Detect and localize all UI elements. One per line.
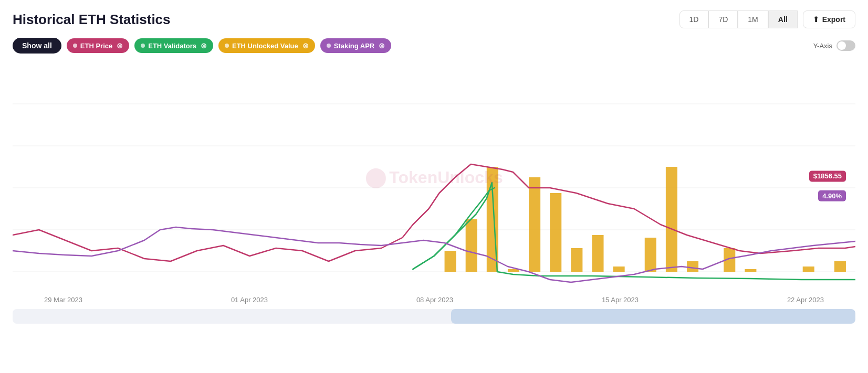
header-row: Historical ETH Statistics 1D 7D 1M All ⬆…	[13, 10, 855, 28]
svg-rect-6	[466, 219, 477, 272]
chip-staking-apr[interactable]: Staking APR ⊗	[320, 38, 392, 53]
chip-staking-apr-label: Staking APR	[334, 42, 375, 50]
export-button[interactable]: ⬆ Export	[803, 10, 855, 28]
chip-unlocked-remove[interactable]: ⊗	[302, 41, 309, 50]
chart-area: ⬤ TokenUnlocks $1856.55 4.90%	[13, 62, 855, 293]
chip-validators-remove[interactable]: ⊗	[201, 41, 207, 50]
tooltip-price: $1856.55	[809, 170, 846, 182]
svg-rect-19	[803, 267, 814, 272]
scrollbar-area[interactable]	[13, 309, 855, 324]
chip-staking-remove[interactable]: ⊗	[379, 41, 385, 50]
eth-price-dot	[73, 44, 77, 48]
filter-row: Show all ETH Price ⊗ ETH Validators ⊗ ET…	[13, 38, 855, 54]
chip-eth-validators-label: ETH Validators	[148, 42, 196, 50]
y-axis-switch[interactable]	[836, 40, 855, 51]
x-label-1: 01 Apr 2023	[231, 296, 268, 304]
y-axis-toggle: Y-Axis	[813, 40, 855, 51]
scrollbar-thumb[interactable]	[451, 309, 855, 324]
page-title: Historical ETH Statistics	[13, 12, 171, 28]
svg-rect-16	[687, 261, 698, 272]
tooltip-staking: 4.90%	[818, 190, 846, 201]
unlocked-dot	[225, 44, 229, 48]
staking-dot	[327, 44, 331, 48]
chip-eth-price-label: ETH Price	[80, 42, 112, 50]
y-axis-label: Y-Axis	[813, 42, 832, 50]
x-axis: 29 Mar 2023 01 Apr 2023 08 Apr 2023 15 A…	[13, 293, 855, 304]
export-label: Export	[822, 15, 845, 24]
time-controls: 1D 7D 1M All ⬆ Export	[679, 10, 856, 28]
chip-eth-price[interactable]: ETH Price ⊗	[67, 38, 129, 53]
show-all-button[interactable]: Show all	[13, 38, 61, 54]
svg-rect-14	[645, 238, 656, 272]
svg-rect-11	[571, 248, 582, 272]
x-label-0: 29 Mar 2023	[44, 296, 82, 304]
time-btn-all[interactable]: All	[768, 10, 798, 28]
chip-eth-unlocked-label: ETH Unlocked Value	[232, 42, 298, 50]
x-label-2: 08 Apr 2023	[416, 296, 453, 304]
validators-dot	[141, 44, 145, 48]
x-label-3: 15 Apr 2023	[602, 296, 639, 304]
svg-rect-18	[745, 269, 756, 272]
svg-rect-12	[592, 235, 603, 272]
x-label-4: 22 Apr 2023	[787, 296, 824, 304]
svg-rect-5	[445, 251, 456, 272]
svg-rect-20	[834, 261, 846, 272]
svg-rect-15	[666, 167, 677, 272]
chip-eth-validators[interactable]: ETH Validators ⊗	[134, 38, 213, 53]
export-icon: ⬆	[813, 15, 819, 24]
time-btn-7d[interactable]: 7D	[708, 10, 738, 28]
time-btn-1m[interactable]: 1M	[738, 10, 768, 28]
svg-rect-10	[550, 193, 561, 272]
time-btn-1d[interactable]: 1D	[679, 10, 709, 28]
svg-rect-13	[613, 267, 625, 272]
chip-eth-price-remove[interactable]: ⊗	[117, 41, 123, 50]
chart-svg	[13, 62, 855, 293]
main-container: Historical ETH Statistics 1D 7D 1M All ⬆…	[0, 0, 868, 373]
svg-rect-9	[529, 177, 540, 272]
chip-eth-unlocked[interactable]: ETH Unlocked Value ⊗	[218, 38, 315, 53]
